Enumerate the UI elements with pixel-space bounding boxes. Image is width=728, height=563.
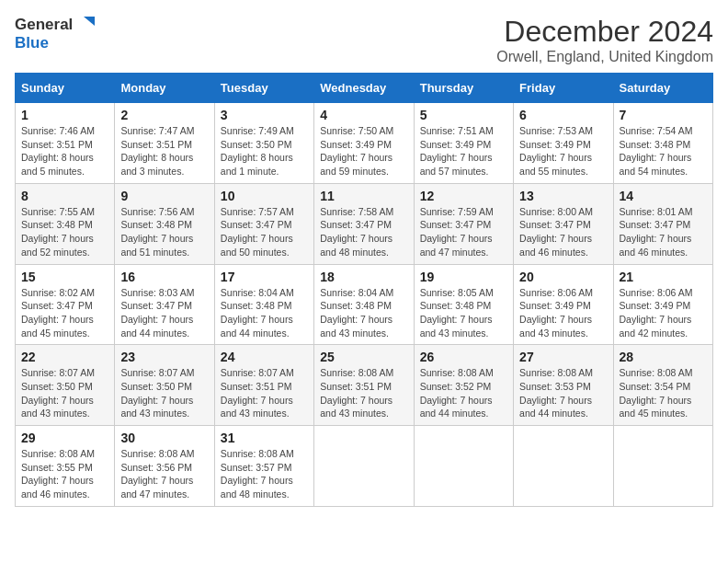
calendar-cell: 12Sunrise: 7:59 AMSunset: 3:47 PMDayligh… (414, 183, 513, 264)
calendar-week-1: 1Sunrise: 7:46 AMSunset: 3:51 PMDaylight… (16, 103, 713, 184)
calendar-cell: 11Sunrise: 7:58 AMSunset: 3:47 PMDayligh… (314, 183, 414, 264)
day-number: 4 (320, 108, 407, 122)
svg-marker-0 (84, 17, 95, 26)
calendar-cell: 28Sunrise: 8:08 AMSunset: 3:54 PMDayligh… (613, 345, 712, 426)
day-info: Sunrise: 8:03 AMSunset: 3:47 PMDaylight:… (120, 286, 208, 340)
day-number: 30 (120, 431, 208, 445)
calendar-cell: 15Sunrise: 8:02 AMSunset: 3:47 PMDayligh… (16, 264, 115, 345)
day-info: Sunrise: 8:02 AMSunset: 3:47 PMDaylight:… (21, 286, 108, 340)
day-info: Sunrise: 8:08 AMSunset: 3:51 PMDaylight:… (320, 366, 407, 420)
day-info: Sunrise: 7:46 AMSunset: 3:51 PMDaylight:… (21, 124, 108, 178)
day-number: 10 (221, 189, 308, 203)
calendar-cell: 30Sunrise: 8:08 AMSunset: 3:56 PMDayligh… (115, 426, 214, 507)
calendar-week-3: 15Sunrise: 8:02 AMSunset: 3:47 PMDayligh… (16, 264, 713, 345)
calendar-cell: 31Sunrise: 8:08 AMSunset: 3:57 PMDayligh… (214, 426, 313, 507)
calendar-cell: 21Sunrise: 8:06 AMSunset: 3:49 PMDayligh… (613, 264, 712, 345)
calendar-cell (414, 426, 513, 507)
header-day-tuesday: Tuesday (214, 74, 313, 103)
header-day-thursday: Thursday (414, 74, 513, 103)
day-info: Sunrise: 8:06 AMSunset: 3:49 PMDaylight:… (620, 286, 707, 340)
calendar-cell (514, 426, 613, 507)
day-number: 31 (221, 431, 308, 445)
day-info: Sunrise: 8:00 AMSunset: 3:47 PMDaylight:… (519, 205, 607, 259)
calendar-cell: 18Sunrise: 8:04 AMSunset: 3:48 PMDayligh… (314, 264, 414, 345)
day-info: Sunrise: 7:51 AMSunset: 3:49 PMDaylight:… (420, 124, 507, 178)
day-number: 19 (420, 270, 507, 284)
calendar-cell: 22Sunrise: 8:07 AMSunset: 3:50 PMDayligh… (16, 345, 115, 426)
day-info: Sunrise: 7:56 AMSunset: 3:48 PMDaylight:… (120, 205, 208, 259)
day-number: 16 (120, 270, 208, 284)
title-section: December 2024 Orwell, England, United Ki… (496, 15, 713, 65)
calendar-cell: 13Sunrise: 8:00 AMSunset: 3:47 PMDayligh… (514, 183, 613, 264)
day-info: Sunrise: 7:50 AMSunset: 3:49 PMDaylight:… (320, 124, 407, 178)
day-number: 7 (620, 108, 707, 122)
calendar-cell: 5Sunrise: 7:51 AMSunset: 3:49 PMDaylight… (414, 103, 513, 184)
day-number: 14 (620, 189, 707, 203)
day-number: 22 (21, 350, 108, 364)
logo-blue: Blue (15, 35, 95, 52)
calendar-cell: 17Sunrise: 8:04 AMSunset: 3:48 PMDayligh… (214, 264, 313, 345)
day-info: Sunrise: 8:08 AMSunset: 3:53 PMDaylight:… (519, 366, 607, 420)
calendar-week-4: 22Sunrise: 8:07 AMSunset: 3:50 PMDayligh… (16, 345, 713, 426)
header-day-friday: Friday (514, 74, 613, 103)
day-number: 15 (21, 270, 108, 284)
calendar-table: SundayMondayTuesdayWednesdayThursdayFrid… (15, 73, 713, 507)
day-number: 8 (21, 189, 108, 203)
day-info: Sunrise: 8:07 AMSunset: 3:50 PMDaylight:… (120, 366, 208, 420)
calendar-cell: 16Sunrise: 8:03 AMSunset: 3:47 PMDayligh… (115, 264, 214, 345)
day-info: Sunrise: 8:04 AMSunset: 3:48 PMDaylight:… (320, 286, 407, 340)
day-info: Sunrise: 8:08 AMSunset: 3:52 PMDaylight:… (420, 366, 507, 420)
day-info: Sunrise: 7:47 AMSunset: 3:51 PMDaylight:… (120, 124, 208, 178)
header-day-sunday: Sunday (16, 74, 115, 103)
location-text: Orwell, England, United Kingdom (496, 49, 713, 65)
day-info: Sunrise: 7:54 AMSunset: 3:48 PMDaylight:… (620, 124, 707, 178)
calendar-cell: 14Sunrise: 8:01 AMSunset: 3:47 PMDayligh… (613, 183, 712, 264)
day-number: 17 (221, 270, 308, 284)
day-number: 11 (320, 189, 407, 203)
logo-general: General (15, 17, 73, 34)
calendar-cell: 1Sunrise: 7:46 AMSunset: 3:51 PMDaylight… (16, 103, 115, 184)
calendar-cell: 4Sunrise: 7:50 AMSunset: 3:49 PMDaylight… (314, 103, 414, 184)
day-number: 28 (620, 350, 707, 364)
logo-arrow-icon (74, 15, 95, 35)
day-number: 29 (21, 431, 108, 445)
day-number: 24 (221, 350, 308, 364)
day-info: Sunrise: 8:06 AMSunset: 3:49 PMDaylight:… (519, 286, 607, 340)
calendar-cell: 23Sunrise: 8:07 AMSunset: 3:50 PMDayligh… (115, 345, 214, 426)
calendar-cell: 6Sunrise: 7:53 AMSunset: 3:49 PMDaylight… (514, 103, 613, 184)
day-info: Sunrise: 7:55 AMSunset: 3:48 PMDaylight:… (21, 205, 108, 259)
day-number: 2 (120, 108, 208, 122)
page-header: General Blue December 2024 Orwell, Engla… (15, 15, 713, 65)
day-info: Sunrise: 7:57 AMSunset: 3:47 PMDaylight:… (221, 205, 308, 259)
day-info: Sunrise: 7:59 AMSunset: 3:47 PMDaylight:… (420, 205, 507, 259)
header-day-monday: Monday (115, 74, 214, 103)
header-day-saturday: Saturday (613, 74, 712, 103)
day-info: Sunrise: 8:08 AMSunset: 3:57 PMDaylight:… (221, 447, 308, 501)
day-number: 3 (221, 108, 308, 122)
calendar-cell: 29Sunrise: 8:08 AMSunset: 3:55 PMDayligh… (16, 426, 115, 507)
calendar-cell: 7Sunrise: 7:54 AMSunset: 3:48 PMDaylight… (613, 103, 712, 184)
day-info: Sunrise: 8:08 AMSunset: 3:56 PMDaylight:… (120, 447, 208, 501)
day-number: 13 (519, 189, 607, 203)
calendar-body: 1Sunrise: 7:46 AMSunset: 3:51 PMDaylight… (16, 103, 713, 507)
day-number: 26 (420, 350, 507, 364)
day-info: Sunrise: 8:07 AMSunset: 3:51 PMDaylight:… (221, 366, 308, 420)
day-number: 5 (420, 108, 507, 122)
calendar-cell: 2Sunrise: 7:47 AMSunset: 3:51 PMDaylight… (115, 103, 214, 184)
calendar-cell: 8Sunrise: 7:55 AMSunset: 3:48 PMDaylight… (16, 183, 115, 264)
day-number: 12 (420, 189, 507, 203)
day-number: 27 (519, 350, 607, 364)
day-number: 6 (519, 108, 607, 122)
day-number: 1 (21, 108, 108, 122)
calendar-week-5: 29Sunrise: 8:08 AMSunset: 3:55 PMDayligh… (16, 426, 713, 507)
calendar-cell: 25Sunrise: 8:08 AMSunset: 3:51 PMDayligh… (314, 345, 414, 426)
month-title: December 2024 (496, 15, 713, 49)
day-number: 25 (320, 350, 407, 364)
day-info: Sunrise: 8:01 AMSunset: 3:47 PMDaylight:… (620, 205, 707, 259)
day-info: Sunrise: 7:53 AMSunset: 3:49 PMDaylight:… (519, 124, 607, 178)
day-number: 23 (120, 350, 208, 364)
calendar-cell: 19Sunrise: 8:05 AMSunset: 3:48 PMDayligh… (414, 264, 513, 345)
day-info: Sunrise: 8:08 AMSunset: 3:55 PMDaylight:… (21, 447, 108, 501)
calendar-cell: 27Sunrise: 8:08 AMSunset: 3:53 PMDayligh… (514, 345, 613, 426)
day-number: 9 (120, 189, 208, 203)
